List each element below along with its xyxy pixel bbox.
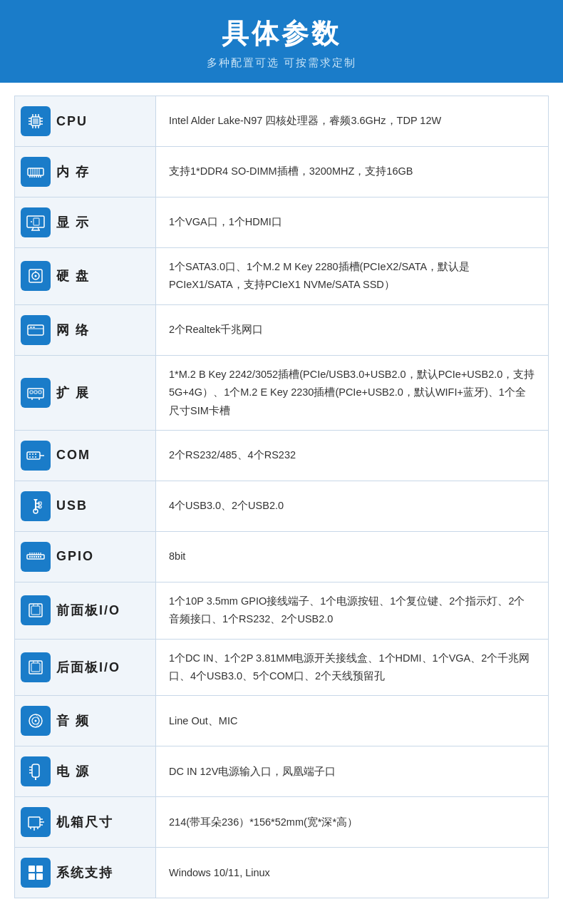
- svg-point-49: [35, 453, 36, 455]
- spec-value-com: 2个RS232/485、4个RS232: [156, 431, 548, 481]
- spec-value-usb: 4个USB3.0、2个USB2.0: [156, 481, 548, 531]
- svg-point-52: [35, 456, 36, 458]
- spec-row-memory: 内 存 支持1*DDR4 SO-DIMM插槽，3200MHZ，支持16GB: [15, 147, 548, 197]
- spec-icon-gpio: [21, 542, 51, 572]
- spec-label-text-com: COM: [56, 448, 91, 463]
- svg-rect-75: [31, 606, 40, 615]
- svg-point-67: [40, 556, 41, 558]
- spec-label-text-storage: 硬 盘: [56, 267, 90, 284]
- spec-label-cpu: CPU: [15, 96, 156, 146]
- spec-value-cpu: Intel Alder Lake-N97 四核处理器，睿频3.6GHz，TDP …: [156, 96, 548, 146]
- spec-label-dimension: 机箱尺寸: [15, 797, 156, 847]
- spec-label-text-audio: 音 频: [56, 712, 90, 729]
- spec-label-os: 系统支持: [15, 848, 156, 898]
- svg-rect-90: [29, 817, 40, 827]
- spec-label-display: 显 示: [15, 197, 156, 247]
- svg-point-35: [35, 271, 36, 272]
- spec-value-content-rear-panel: 1个DC IN、1个2P 3.81MM电源开关接线盒、1个HDMI、1个VGA、…: [169, 650, 535, 686]
- spec-value-content-cpu: Intel Alder Lake-N97 四核处理器，睿频3.6GHz，TDP …: [169, 112, 441, 130]
- svg-point-48: [32, 453, 33, 455]
- svg-rect-99: [29, 873, 35, 880]
- spec-value-content-network: 2个Realtek千兆网口: [169, 321, 263, 339]
- page-header: 具体参数 多种配置可选 可按需求定制: [0, 0, 563, 83]
- spec-value-gpio: 8bit: [156, 532, 548, 582]
- spec-value-content-power: DC IN 12V电源输入口，凤凰端子口: [169, 763, 336, 781]
- spec-icon-usb: [21, 491, 51, 521]
- svg-rect-97: [29, 866, 35, 872]
- spec-value-os: Windows 10/11, Linux: [156, 848, 548, 898]
- spec-value-front-panel: 1个10P 3.5mm GPIO接线端子、1个电源按钮、1个复位键、2个指示灯、…: [156, 582, 548, 639]
- spec-label-text-dimension: 机箱尺寸: [56, 813, 113, 831]
- spec-value-content-com: 2个RS232/485、4个RS232: [169, 446, 296, 464]
- spec-label-text-network: 网 络: [56, 322, 90, 339]
- spec-value-power: DC IN 12V电源输入口，凤凰端子口: [156, 746, 548, 796]
- spec-icon-dimension: [21, 807, 51, 837]
- spec-row-com: COM 2个RS232/485、4个RS232: [15, 431, 548, 481]
- spec-value-content-expansion: 1*M.2 B Key 2242/3052插槽(PCIe/USB3.0+USB2…: [169, 366, 535, 420]
- spec-row-front-panel: 前面板I/O 1个10P 3.5mm GPIO接线端子、1个电源按钮、1个复位键…: [15, 582, 548, 640]
- spec-label-text-usb: USB: [56, 498, 88, 513]
- spec-value-content-usb: 4个USB3.0、2个USB2.0: [169, 497, 284, 515]
- spec-icon-com: [21, 441, 51, 471]
- svg-point-64: [33, 556, 35, 558]
- svg-point-63: [31, 556, 33, 558]
- page-subtitle: 多种配置可选 可按需求定制: [14, 56, 549, 70]
- spec-icon-display: [21, 207, 51, 237]
- spec-value-memory: 支持1*DDR4 SO-DIMM插槽，3200MHZ，支持16GB: [156, 147, 548, 197]
- spec-value-expansion: 1*M.2 B Key 2242/3052插槽(PCIe/USB3.0+USB2…: [156, 356, 548, 430]
- spec-row-power: 电 源 DC IN 12V电源输入口，凤凰端子口: [15, 746, 548, 797]
- spec-row-dimension: 机箱尺寸 214(带耳朵236）*156*52mm(宽*深*高）: [15, 797, 548, 848]
- spec-table-container: CPU Intel Alder Lake-N97 四核处理器，睿频3.6GHz，…: [0, 83, 563, 913]
- spec-icon-front-panel: [21, 595, 51, 625]
- svg-rect-1: [33, 118, 38, 124]
- spec-label-text-front-panel: 前面板I/O: [56, 602, 120, 619]
- spec-value-content-dimension: 214(带耳朵236）*156*52mm(宽*深*高）: [169, 813, 358, 831]
- spec-icon-expansion: [21, 378, 51, 408]
- spec-row-gpio: GPIO 8bit: [15, 532, 548, 582]
- spec-row-cpu: CPU Intel Alder Lake-N97 四核处理器，睿频3.6GHz，…: [15, 96, 548, 147]
- spec-table: CPU Intel Alder Lake-N97 四核处理器，睿频3.6GHz，…: [14, 96, 549, 898]
- spec-row-expansion: 扩 展 1*M.2 B Key 2242/3052插槽(PCIe/USB3.0+…: [15, 356, 548, 431]
- svg-rect-39: [33, 327, 35, 328]
- svg-point-65: [36, 556, 37, 558]
- spec-value-content-front-panel: 1个10P 3.5mm GPIO接线端子、1个电源按钮、1个复位键、2个指示灯、…: [169, 592, 535, 629]
- spec-label-memory: 内 存: [15, 147, 156, 197]
- spec-row-os: 系统支持 Windows 10/11, Linux: [15, 848, 548, 898]
- spec-label-network: 网 络: [15, 305, 156, 355]
- spec-label-rear-panel: 后面板I/O: [15, 640, 156, 696]
- spec-label-usb: USB: [15, 481, 156, 531]
- spec-value-content-memory: 支持1*DDR4 SO-DIMM插槽，3200MHZ，支持16GB: [169, 163, 413, 180]
- svg-rect-46: [27, 452, 40, 459]
- page-title: 具体参数: [14, 16, 549, 52]
- spec-icon-network: [21, 315, 51, 345]
- svg-rect-38: [30, 327, 32, 328]
- svg-point-50: [29, 456, 31, 458]
- spec-label-storage: 硬 盘: [15, 248, 156, 304]
- svg-point-47: [29, 453, 31, 455]
- spec-icon-power: [21, 756, 51, 786]
- svg-point-34: [35, 275, 37, 277]
- svg-point-62: [29, 556, 31, 558]
- spec-icon-storage: [21, 261, 51, 291]
- spec-value-content-audio: Line Out、MIC: [169, 712, 237, 730]
- svg-point-66: [38, 556, 39, 558]
- spec-value-dimension: 214(带耳朵236）*156*52mm(宽*深*高）: [156, 797, 548, 847]
- spec-label-text-power: 电 源: [56, 763, 90, 780]
- svg-rect-43: [38, 391, 41, 394]
- spec-label-com: COM: [15, 431, 156, 481]
- spec-row-display: 显 示 1个VGA口，1个HDMI口: [15, 197, 548, 248]
- page-wrapper: 具体参数 多种配置可选 可按需求定制 CPU Intel Alder Lake-…: [0, 0, 563, 913]
- spec-value-rear-panel: 1个DC IN、1个2P 3.81MM电源开关接线盒、1个HDMI、1个VGA、…: [156, 640, 548, 696]
- svg-rect-31: [33, 218, 39, 225]
- spec-label-text-expansion: 扩 展: [56, 384, 90, 401]
- spec-label-text-memory: 内 存: [56, 163, 90, 180]
- spec-label-text-display: 显 示: [56, 214, 90, 231]
- svg-point-84: [35, 720, 37, 722]
- spec-label-audio: 音 频: [15, 696, 156, 746]
- spec-label-gpio: GPIO: [15, 532, 156, 582]
- spec-row-rear-panel: 后面板I/O 1个DC IN、1个2P 3.81MM电源开关接线盒、1个HDMI…: [15, 640, 548, 697]
- spec-value-content-display: 1个VGA口，1个HDMI口: [169, 213, 282, 231]
- spec-value-content-storage: 1个SATA3.0口、1个M.2 M Key 2280插槽(PCIeX2/SAT…: [169, 258, 535, 294]
- spec-icon-memory: [21, 157, 51, 187]
- svg-rect-26: [27, 216, 44, 227]
